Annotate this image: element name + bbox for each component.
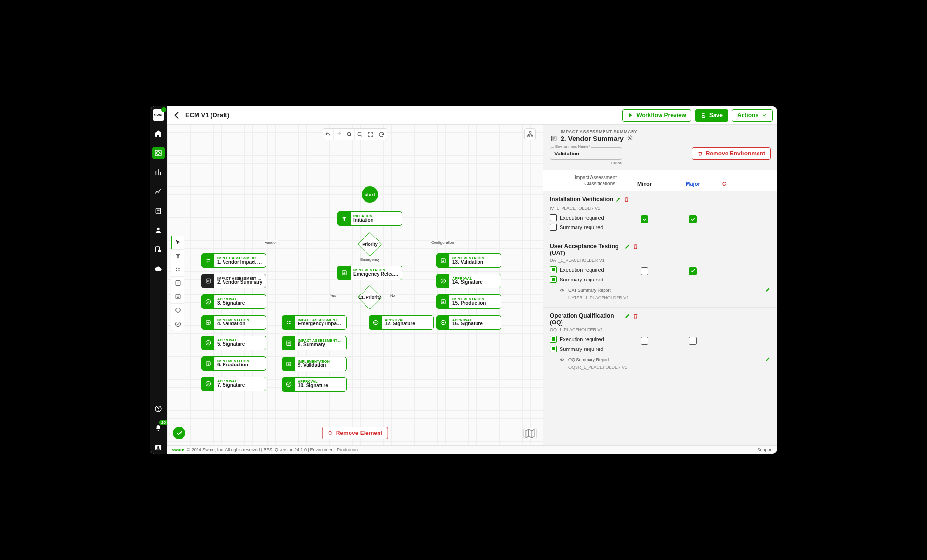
oq-minor-toggle[interactable]	[641, 337, 648, 345]
nav-users[interactable]	[152, 224, 165, 237]
palette-impact[interactable]	[171, 263, 184, 277]
nav-home[interactable]	[152, 127, 165, 140]
footer-brand: sware	[172, 448, 184, 452]
node-8-summary[interactable]: IMPACT ASSESSMENT SUMMARY8. Summary	[282, 336, 347, 350]
iv-major-toggle[interactable]	[689, 215, 697, 223]
oq-summary-required[interactable]: Summary required	[550, 346, 620, 352]
edit-icon[interactable]	[624, 312, 631, 321]
canvas[interactable]: Vendor Configuration Emergency Yes No st…	[167, 125, 543, 445]
nav-rail: swa 20	[150, 106, 167, 454]
workflow-preview-button[interactable]: Workflow Preview	[622, 109, 691, 122]
node-9-validation[interactable]: IMPLEMENTATION9. Validation	[282, 357, 347, 371]
palette-summary[interactable]	[171, 277, 184, 290]
minimap-button[interactable]	[523, 428, 537, 439]
environment-name-field: Environment Name* 10/250	[550, 147, 622, 165]
node-initiation[interactable]: INITIATIONInitiation	[337, 211, 402, 226]
node-gateway-priority-11[interactable]: 11. Priority	[356, 288, 383, 307]
palette-gateway[interactable]	[171, 304, 184, 317]
section-uat: User Acceptance Testing (UAT) UAT_1_PLAC…	[543, 238, 777, 308]
svg-rect-25	[175, 308, 181, 313]
edge-label-vendor: Vendor	[264, 240, 278, 245]
environment-name-input[interactable]	[550, 147, 622, 160]
delete-icon[interactable]	[632, 312, 639, 321]
node-6-production[interactable]: IMPLEMENTATION6. Production	[201, 356, 266, 371]
nav-cloud[interactable]	[152, 263, 165, 275]
node-start[interactable]: start	[362, 186, 378, 203]
delete-icon[interactable]	[632, 243, 639, 252]
node-16-signature[interactable]: APPROVAL16. Signature	[436, 315, 501, 330]
nav-account[interactable]	[152, 441, 165, 454]
iv-exec-required[interactable]: Execution required	[550, 214, 620, 221]
edge-label-configuration: Configuration	[430, 240, 455, 245]
node-12-signature[interactable]: APPROVAL12. Signature	[369, 315, 434, 330]
node-emergency-impact[interactable]: IMPACT ASSESSMENTEmergency Impact...	[282, 315, 347, 330]
class-col-minor: Minor	[620, 181, 669, 187]
validate-button[interactable]	[173, 427, 185, 439]
node-1-vendor-impact[interactable]: IMPACT ASSESSMENT1. Vendor Impact A...	[201, 253, 266, 268]
zoom-out-button[interactable]	[355, 129, 365, 140]
undo-button[interactable]	[323, 129, 334, 140]
gear-icon[interactable]	[627, 134, 633, 142]
footer: sware© 2024 Sware, Inc. All rights reser…	[167, 445, 777, 454]
save-button[interactable]: Save	[695, 109, 728, 122]
palette-implementation[interactable]	[171, 290, 184, 304]
back-button[interactable]	[172, 111, 182, 120]
node-10-signature[interactable]: APPROVAL10. Signature	[282, 377, 347, 392]
oq-major-toggle[interactable]	[689, 337, 697, 345]
nav-workflow[interactable]	[152, 147, 165, 159]
iv-summary-required[interactable]: Summary required	[550, 224, 620, 231]
node-5-signature[interactable]: APPROVAL5. Signature	[201, 336, 266, 350]
section-oq: Operation Qualification (OQ) OQ_1_PLACEH…	[543, 308, 777, 377]
node-7-signature[interactable]: APPROVAL7. Signature	[201, 377, 266, 391]
actions-button[interactable]: Actions	[732, 109, 772, 122]
zoom-in-button[interactable]	[344, 129, 355, 140]
delete-icon[interactable]	[623, 196, 630, 205]
edit-icon[interactable]	[765, 355, 771, 364]
oq-exec-required[interactable]: Execution required	[550, 336, 620, 343]
redo-button[interactable]	[334, 129, 344, 140]
node-3-signature[interactable]: APPROVAL3. Signature	[201, 294, 266, 309]
palette-approval[interactable]	[171, 317, 184, 331]
iv-minor-toggle[interactable]	[641, 215, 648, 223]
layout-button[interactable]	[524, 128, 536, 140]
panel-breadcrumb: IMPACT ASSESSMENT SUMMARY	[550, 129, 771, 134]
nav-documents[interactable]	[152, 205, 165, 217]
section-installation-verification: Installation Verification IV_1_PLACEHOLD…	[543, 191, 777, 238]
edit-icon[interactable]	[765, 286, 771, 294]
nav-dashboards[interactable]	[152, 166, 165, 179]
uat-major-toggle[interactable]	[689, 267, 697, 275]
nav-help[interactable]	[152, 403, 165, 415]
uat-minor-toggle[interactable]	[641, 267, 648, 275]
remove-environment-button[interactable]: Remove Environment	[692, 147, 771, 160]
class-col-major: Major	[669, 181, 717, 187]
workflow-edges	[167, 125, 312, 197]
node-4-validation[interactable]: IMPLEMENTATION4. Validation	[201, 315, 266, 330]
node-gateway-priority[interactable]: Priority	[356, 235, 383, 254]
palette-filter[interactable]	[171, 250, 184, 263]
nav-analytics[interactable]	[152, 185, 165, 198]
refresh-button[interactable]	[376, 129, 387, 140]
topbar: ECM V1 (Draft) Workflow Preview Save Act…	[167, 106, 777, 125]
node-14-signature[interactable]: APPROVAL14. Signature	[436, 274, 501, 288]
implementation-icon	[282, 357, 295, 371]
remove-element-button[interactable]: Remove Element	[322, 427, 388, 439]
footer-copyright: © 2024 Sware, Inc. All rights reserved |…	[187, 448, 358, 452]
node-13-validation[interactable]: IMPLEMENTATION13. Validation	[436, 253, 501, 268]
fit-button[interactable]	[365, 129, 376, 140]
footer-support-link[interactable]: Support	[757, 448, 772, 452]
nav-notifications[interactable]: 20	[152, 422, 165, 434]
approval-icon	[202, 377, 214, 391]
properties-panel: IMPACT ASSESSMENT SUMMARY 2. Vendor Summ…	[543, 125, 777, 445]
uat-exec-required[interactable]: Execution required	[550, 266, 620, 273]
node-emergency-release[interactable]: IMPLEMENTATIONEmergency Release	[337, 266, 402, 280]
node-15-production[interactable]: IMPLEMENTATION15. Production	[436, 294, 501, 309]
impact-icon	[202, 254, 214, 267]
nav-search[interactable]	[152, 243, 165, 256]
page-title: ECM V1 (Draft)	[185, 112, 229, 119]
class-col-critical: C	[717, 181, 731, 187]
uat-summary-required[interactable]: Summary required	[550, 276, 620, 283]
node-2-vendor-summary[interactable]: IMPACT ASSESSMENT SUMMARY2. Vendor Summa…	[201, 274, 266, 288]
edit-icon[interactable]	[624, 243, 631, 252]
palette-cursor[interactable]	[171, 236, 184, 250]
edit-icon[interactable]	[615, 196, 621, 205]
